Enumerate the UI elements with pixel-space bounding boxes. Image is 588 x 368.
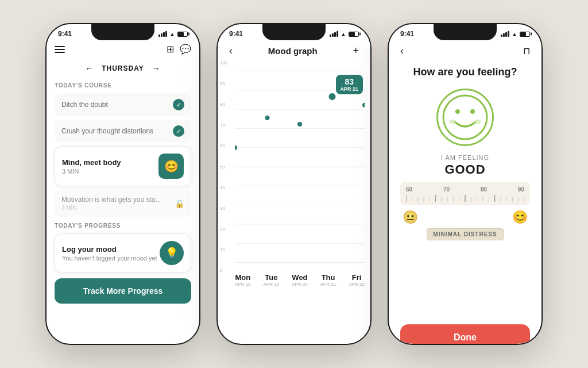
progress-card[interactable]: Log your mood You haven't logged your mo… [55,233,191,273]
smiley-svg [442,94,488,140]
ruler-70: 70 [443,186,450,193]
phone1-nav: ⊞ 💬 [55,40,191,60]
status-icons-2: ▲ [330,31,359,37]
x-thu: Thu APR 21 [320,273,336,287]
point-mon [235,145,237,150]
course-item-1-text: Ditch the doubt [61,101,108,109]
mood-icon: 💡 [160,241,184,265]
battery-icon-3 [520,32,530,37]
prev-day-button[interactable]: ← [85,64,94,73]
point-wed [297,122,302,126]
phones-container: 9:41 ▲ ⊞ 💬 [34,12,554,356]
y-label-80: 80 [220,102,227,107]
phone-2-screen: 9:41 ▲ ‹ Mood graph + 0 [218,24,370,344]
section-progress-title: TODAY'S PROGRESS [55,223,191,229]
y-label-10: 10 [220,247,227,252]
section-course-title: TODAY'S COURSE [55,82,191,89]
featured-info: Mind, meet body 3 MIN [62,158,121,175]
y-label-60: 60 [220,143,227,148]
status-icons-1: ▲ [158,31,188,37]
emoji-row: 😐 😊 [400,210,530,225]
y-label-40: 40 [220,185,227,190]
phone2-header: ‹ Mood graph + [218,40,370,60]
wifi-icon-3: ▲ [512,31,517,37]
library-icon[interactable]: ⊞ [167,44,174,55]
chart-area: 0 10 20 30 40 50 60 70 80 90 100 [218,60,370,302]
chart-tooltip: 83 APR 21 [336,75,363,94]
phone-1: 9:41 ▲ ⊞ 💬 [45,23,200,345]
distress-badge-container: MINIMAL DISTRESS [400,228,530,246]
chat-icon[interactable]: 💬 [180,44,191,55]
featured-sub: 3 MIN [62,168,121,175]
time-2: 9:41 [229,30,243,38]
y-label-0: 0 [220,268,227,273]
phone-3-screen: 9:41 ▲ ‹ ⊓ How are you feeling? [389,24,541,344]
progress-sub: You haven't logged your mood yet [62,255,157,262]
wifi-icon-2: ▲ [341,31,346,37]
svg-point-12 [455,109,460,114]
bookmark-icon[interactable]: ⊓ [523,45,530,56]
next-day-button[interactable]: → [152,64,161,73]
track-progress-button[interactable]: Track More Progress [55,278,191,304]
y-label-30: 30 [220,206,227,211]
svg-point-14 [449,120,456,124]
back-button-3[interactable]: ‹ [400,45,404,57]
progress-info: Log your mood You haven't logged your mo… [62,245,157,262]
point-fri [362,103,365,108]
emoji-neutral: 😐 [403,210,418,225]
back-button-2[interactable]: ‹ [229,45,233,57]
x-wed-date: APR 20 [292,282,308,287]
day-nav: ← THURSDAY → [55,60,191,76]
day-label: THURSDAY [102,64,144,72]
ruler-container[interactable]: 60 70 80 90 // Generate tick marks inlin… [400,182,530,205]
point-tue [265,116,270,120]
battery-icon [177,32,188,37]
lock-icon: 🔒 [175,199,184,208]
course-item-featured[interactable]: Mind, meet body 3 MIN 😊 [55,146,191,186]
status-bar-1: 9:41 ▲ [47,24,199,40]
x-tue: Tue APR 19 [264,273,280,287]
status-icons-3: ▲ [501,31,530,37]
locked-info: Motivation is what gets you sta... 3 MIN [61,195,161,211]
locked-title: Motivation is what gets you sta... [61,195,161,204]
ruler-80: 80 [481,186,487,193]
check-icon-1: ✓ [173,99,184,110]
mood-graph-title: Mood graph [268,46,318,56]
menu-button[interactable] [55,46,65,53]
y-label-50: 50 [220,164,227,170]
course-item-2-text: Crush your thought distortions [61,127,153,135]
x-thu-day: Thu [320,273,336,282]
phone3-content: ‹ ⊓ How are you feeling? [389,40,541,344]
status-bar-2: 9:41 ▲ [218,24,370,40]
course-item-locked: Motivation is what gets you sta... 3 MIN… [55,190,191,217]
phone1-content: ⊞ 💬 ← THURSDAY → TODAY'S COURSE Ditch th… [47,40,199,344]
x-axis: Mon APR 18 Tue APR 19 Wed APR 20 Thu APR… [235,273,365,302]
emoji-happy: 😊 [512,210,528,225]
status-bar-3: 9:41 ▲ [389,24,541,40]
smiley-container [400,89,530,146]
x-mon-day: Mon [235,273,251,282]
wifi-icon: ▲ [169,31,175,37]
x-tue-date: APR 19 [264,282,280,287]
course-item-2[interactable]: Crush your thought distortions ✓ [55,120,191,143]
x-thu-date: APR 21 [320,282,336,287]
smiley-circle [436,89,494,146]
add-button-2[interactable]: + [353,45,359,57]
check-icon-2: ✓ [173,125,184,137]
y-label-20: 20 [220,227,227,232]
tooltip-date: APR 21 [341,86,359,92]
tooltip-value: 83 [341,77,359,86]
ruler-90: 90 [518,186,524,193]
course-item-1[interactable]: Ditch the doubt ✓ [55,93,191,116]
phone-1-screen: 9:41 ▲ ⊞ 💬 [47,24,199,344]
feeling-title: How are you feeling? [400,66,530,78]
svg-point-11 [443,95,487,139]
x-fri: Fri APR 22 [349,273,365,287]
done-button[interactable]: Done [400,324,530,344]
y-label-100: 100 [220,60,227,66]
svg-point-13 [470,109,475,114]
time-1: 9:41 [58,30,72,38]
y-label-90: 90 [220,81,227,86]
feeling-label: I AM FEELING [400,154,530,161]
x-mon-date: APR 18 [235,282,251,287]
